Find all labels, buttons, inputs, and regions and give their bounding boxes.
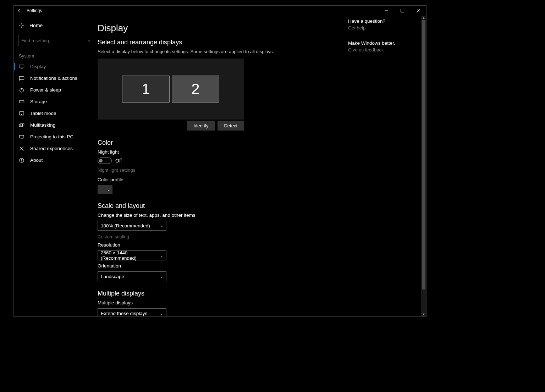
home-label: Home (29, 23, 43, 28)
multi-label: Multiple displays (98, 300, 345, 307)
page-title: Display (98, 23, 345, 39)
arrange-description: Select a display below to change its set… (98, 49, 345, 59)
scroll-thumb[interactable] (422, 20, 425, 289)
question-heading: Have a question? (348, 18, 418, 25)
power-icon (19, 87, 24, 93)
sidebar-item-storage[interactable]: Storage (14, 96, 98, 107)
monitor-icon (19, 64, 24, 70)
display-arrangement[interactable]: 1 2 (98, 59, 244, 120)
sidebar: Home ⌕ System Display Notifications & ac… (14, 16, 98, 316)
orientation-label: Orientation (98, 263, 345, 270)
project-icon (19, 134, 24, 140)
close-button[interactable] (410, 6, 426, 16)
svg-rect-1 (401, 9, 404, 12)
sidebar-item-label: About (30, 158, 43, 163)
sidebar-item-label: Power & sleep (30, 87, 61, 93)
search-icon: ⌕ (88, 38, 90, 43)
sidebar-item-label: Shared experiences (30, 146, 73, 151)
multi-value: Extend these displays (101, 311, 147, 316)
sidebar-item-label: Projecting to this PC (30, 134, 73, 139)
minimize-button[interactable] (378, 6, 394, 16)
night-light-label: Night light (98, 149, 345, 156)
search-input[interactable] (18, 35, 93, 46)
night-light-settings-link[interactable]: Night light settings (98, 164, 345, 173)
identify-button[interactable]: Identify (187, 121, 215, 131)
titlebar: Settings (14, 6, 426, 16)
color-profile-combo[interactable]: ⌄ (98, 185, 112, 194)
orientation-combo[interactable]: Landscape ⌄ (98, 271, 166, 281)
get-help-link[interactable]: Get help (348, 25, 418, 40)
sidebar-item-label: Notifications & actions (30, 76, 77, 81)
svg-rect-5 (19, 65, 24, 68)
chevron-down-icon: ⌄ (160, 223, 163, 228)
chevron-down-icon: ⌄ (160, 311, 163, 316)
info-icon (19, 158, 24, 163)
main: Display Select and rearrange displays Se… (98, 16, 426, 316)
window-controls (378, 6, 426, 16)
arrange-heading: Select and rearrange displays (98, 39, 345, 49)
text-size-combo[interactable]: 100% (Recommended) ⌄ (98, 221, 166, 231)
chat-icon (19, 76, 24, 81)
display-2[interactable]: 2 (172, 76, 219, 103)
custom-scaling-link[interactable]: Custom scaling (98, 231, 345, 239)
back-button[interactable] (14, 6, 24, 16)
text-size-value: 100% (Recommended) (101, 223, 150, 228)
right-column: Have a question? Get help Make Windows b… (348, 16, 421, 316)
sidebar-item-notifications[interactable]: Notifications & actions (14, 72, 98, 84)
maximize-button[interactable] (394, 6, 410, 16)
text-size-label: Change the size of text, apps, and other… (98, 212, 345, 219)
resolution-combo[interactable]: 2560 × 1440 (Recommended) ⌄ (98, 250, 166, 260)
night-light-state: Off (115, 158, 122, 164)
sidebar-item-label: Tablet mode (30, 111, 56, 116)
svg-rect-16 (20, 135, 24, 138)
scale-heading: Scale and layout (98, 202, 345, 212)
resolution-label: Resolution (98, 242, 345, 249)
chevron-down-icon: ⌄ (160, 274, 163, 279)
svg-rect-15 (21, 123, 24, 126)
search-box[interactable]: ⌕ (18, 35, 93, 46)
sidebar-item-tablet[interactable]: Tablet mode (14, 107, 98, 119)
orientation-value: Landscape (101, 274, 124, 279)
color-profile-label: Color profile (98, 177, 345, 184)
sidebar-item-label: Display (30, 64, 46, 69)
multi-combo[interactable]: Extend these displays ⌄ (98, 308, 166, 316)
sidebar-item-display[interactable]: Display (14, 61, 98, 72)
sidebar-item-power[interactable]: Power & sleep (14, 84, 98, 96)
svg-rect-7 (19, 76, 24, 79)
scroll-up-icon[interactable]: ▲ (421, 16, 426, 20)
detect-button[interactable]: Detect (218, 121, 244, 131)
gear-icon (19, 23, 24, 28)
multi-heading: Multiple displays (98, 290, 345, 300)
svg-point-4 (21, 25, 22, 26)
color-heading: Color (98, 139, 345, 149)
settings-window: Settings Home (13, 5, 426, 317)
chevron-down-icon: ⌄ (160, 253, 163, 258)
sidebar-item-about[interactable]: About (14, 154, 98, 166)
home-link[interactable]: Home (14, 19, 98, 32)
content: Display Select and rearrange displays Se… (98, 16, 348, 316)
sidebar-item-label: Multitasking (30, 122, 55, 128)
scrollbar[interactable]: ▲ ▼ (421, 16, 426, 316)
display-1[interactable]: 1 (122, 76, 170, 103)
share-icon (19, 146, 24, 151)
scroll-down-icon[interactable]: ▼ (421, 312, 426, 316)
svg-point-11 (23, 101, 23, 102)
svg-point-21 (21, 159, 22, 159)
multitask-icon (19, 122, 24, 128)
sidebar-item-label: Storage (30, 99, 47, 104)
window-body: Home ⌕ System Display Notifications & ac… (14, 16, 426, 316)
feedback-link[interactable]: Give us feedback (348, 47, 418, 62)
night-light-toggle[interactable] (98, 158, 112, 164)
sidebar-item-projecting[interactable]: Projecting to this PC (14, 131, 98, 143)
svg-point-13 (21, 114, 22, 115)
feedback-heading: Make Windows better. (348, 40, 418, 47)
sidebar-section-label: System (14, 46, 98, 61)
svg-rect-14 (19, 124, 22, 126)
sidebar-item-shared[interactable]: Shared experiences (14, 143, 98, 154)
drive-icon (19, 99, 24, 105)
window-title: Settings (24, 8, 42, 13)
sidebar-item-multitasking[interactable]: Multitasking (14, 119, 98, 131)
resolution-value: 2560 × 1440 (Recommended) (101, 250, 160, 261)
tablet-icon (19, 111, 24, 116)
chevron-down-icon: ⌄ (107, 187, 110, 192)
